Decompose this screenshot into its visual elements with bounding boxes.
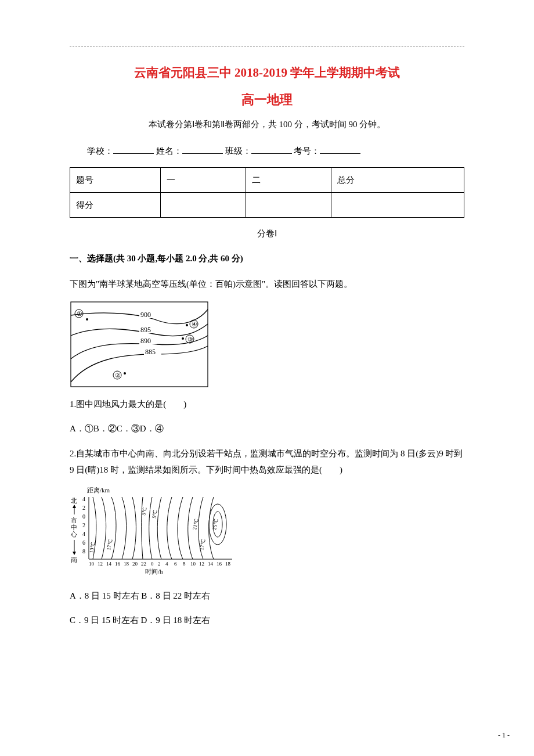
blank-number[interactable] [320,145,360,154]
student-id-line: 学校： 姓名： 班级： 考号： [87,145,464,157]
label-name: 姓名： [156,146,182,156]
xtick: 18 [124,561,129,567]
cell-col2: 二 [246,168,331,193]
label-class: 班级： [225,146,251,156]
point-label: ③ [187,336,193,343]
ylabel-top: 距离/km [87,487,110,494]
label-number: 考号： [294,146,320,156]
top-divider [70,46,464,47]
svg-marker-14 [73,505,76,508]
ytick: 4 [82,496,85,502]
xtick: 4 [165,561,168,567]
cell-score-total[interactable] [331,193,464,218]
point-label: ② [115,372,121,379]
point-label: ④ [192,321,197,327]
blank-class[interactable] [251,145,292,154]
cell-score1[interactable] [161,193,246,218]
q2-optD: D．9 日 18 时左右 [141,615,211,625]
q2-optB: B．8 日 22 时左右 [141,591,210,600]
contour-label: 17℃ [199,538,206,550]
ydir-center-1: 市 [71,517,77,524]
cell-label-qno: 题号 [70,168,161,193]
ytick: 2 [82,505,85,511]
table-row: 得分 [70,193,464,218]
isobar-label: 890 [140,337,151,345]
blank-school[interactable] [113,145,154,154]
ytick: 6 [82,539,85,546]
svg-point-9 [182,337,184,340]
xtick: 2 [158,561,161,567]
svg-point-11 [186,324,188,326]
xtick: 12 [98,561,103,567]
q1-stem: 1.图中四地风力最大的是( ) [70,396,464,413]
ytick: 0 [82,513,85,520]
ydir-center-2: 中 [71,524,77,531]
page-number: - 1 - [498,731,510,740]
cell-score2[interactable] [246,193,331,218]
exam-page: 云南省元阳县三中 2018-2019 学年上学期期中考试 高一地理 本试卷分第Ⅰ… [0,0,534,756]
contour-label: 13℃ [88,541,96,553]
exam-title-line2: 高一地理 [70,91,464,109]
q1-options: A．①B．②C．③D．④ [70,420,464,437]
figure-isobar: 900 895 890 885 ① ② ③ ④ [70,301,464,388]
score-table: 题号 一 二 总分 得分 [70,167,464,218]
contour-label: 25℃ [211,518,219,530]
xtick: 14 [106,561,112,567]
subpaper-label: 分卷Ⅰ [70,228,464,239]
q2-options-line2: C．9 日 15 时左右 D．9 日 18 时左右 [70,612,464,629]
ydir-north: 北 [71,497,77,504]
contour-label: 17℃ [106,538,113,550]
cell-col1: 一 [161,168,246,193]
ydir-south: 南 [71,556,77,563]
xlabel: 时间/h [145,568,163,575]
svg-point-7 [124,372,126,375]
section-a-heading: 一、选择题(共 30 小题,每小题 2.0 分,共 60 分) [70,253,464,264]
xtick: 16 [217,561,222,567]
q2-stem: 2.自某城市市中心向南、向北分别设若干站点，监测城市气温的时空分布。监测时间为 … [70,445,464,478]
ytick: 8 [82,548,85,555]
xtick: 16 [115,561,121,567]
xtick: 8 [183,561,186,567]
contour-label: 5℃ [140,506,147,516]
exam-title-line1: 云南省元阳县三中 2018-2019 学年上学期期中考试 [70,64,464,81]
cell-total: 总分 [331,168,464,193]
exam-instruction: 本试卷分第Ⅰ卷和第Ⅱ卷两部分，共 100 分，考试时间 90 分钟。 [70,119,464,130]
isobar-label: 885 [145,348,156,356]
q2-options-line1: A．8 日 15 时左右 B．8 日 22 时左右 [70,588,464,604]
point-label: ① [77,310,82,317]
label-school: 学校： [87,146,113,156]
ytick: 2 [82,522,85,528]
isobar-label: 895 [140,326,151,334]
ydir-center-3: 心 [70,531,77,538]
heat-island-chart-icon: 距离/km 北 市 中 心 南 4 2 0 2 4 6 8 [70,487,238,579]
q2-optA: A．8 日 15 时左右 [70,591,139,600]
q2-optC: C．9 日 15 时左右 [70,615,139,625]
xtick: 18 [225,561,231,567]
xtick: 22 [141,561,146,567]
isobar-map-icon: 900 895 890 885 ① ② ③ ④ [70,301,209,388]
xtick: 14 [208,561,214,567]
xtick: 0 [151,561,154,567]
contour-label: 9℃ [151,509,158,519]
ytick: 4 [82,531,85,537]
section-a-leadin: 下图为"南半球某地高空等压线(单位：百帕)示意图"。读图回答以下两题。 [70,276,464,293]
table-row: 题号 一 二 总分 [70,168,464,193]
figure-heatisland: 距离/km 北 市 中 心 南 4 2 0 2 4 6 8 [70,487,464,579]
xtick: 10 [190,561,196,567]
cell-label-score: 得分 [70,193,161,218]
xtick: 10 [89,561,95,567]
svg-point-5 [86,318,88,321]
svg-marker-16 [73,552,76,555]
xtick: 6 [174,561,177,567]
blank-name[interactable] [182,145,223,154]
isobar-label: 900 [140,311,151,319]
xtick: 12 [199,561,204,567]
xtick: 20 [132,561,138,567]
